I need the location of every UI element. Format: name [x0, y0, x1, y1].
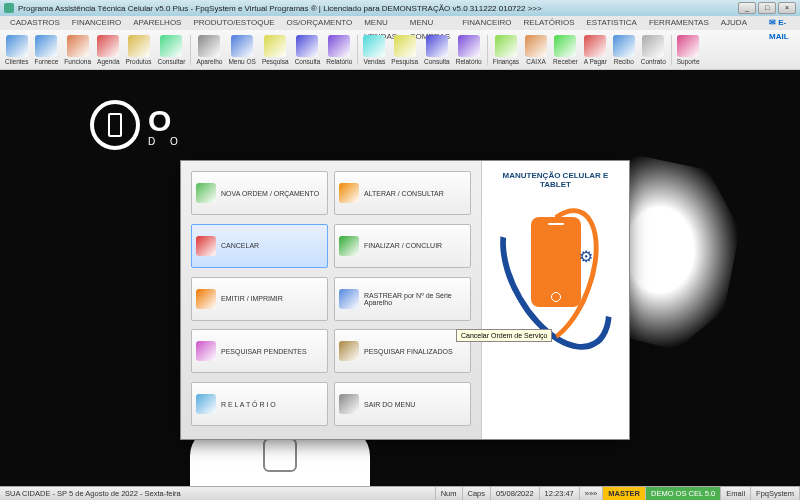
menu-ajuda[interactable]: AJUDA	[715, 16, 753, 30]
tool-fornece[interactable]: Fornece	[31, 35, 61, 65]
modal-btn-label: RASTREAR por Nº de Série Aparelho	[364, 292, 466, 306]
tool-icon	[426, 35, 448, 57]
modal-btn-3[interactable]: FINALIZAR / CONCLUIR	[334, 224, 471, 268]
minimize-button[interactable]: _	[738, 2, 756, 14]
tool-label: Recibo	[614, 58, 634, 65]
workspace: O D O NOVA ORDEM / ORÇAMENTOALTERAR / CO…	[0, 70, 800, 486]
status-brand[interactable]: FpqSystem	[751, 487, 800, 500]
menu-menu compras[interactable]: MENU COMPRAS	[404, 16, 456, 30]
statusbar: SUA CIDADE - SP 5 de Agosto de 2022 - Se…	[0, 486, 800, 500]
modal-btn-icon	[339, 289, 359, 309]
toolbar-separator	[190, 35, 191, 65]
tool-icon	[35, 35, 57, 57]
background-logo: O D O	[90, 100, 184, 150]
menu-relatórios[interactable]: RELATÓRIOS	[518, 16, 581, 30]
menu-financeiro[interactable]: FINANCEIRO	[456, 16, 517, 30]
tool-funciona[interactable]: Funciona	[61, 35, 94, 65]
tool-produtos[interactable]: Produtos	[123, 35, 155, 65]
tool-label: Relatório	[326, 58, 352, 65]
menu-email[interactable]: ✉ E-MAIL	[763, 16, 796, 30]
gear-icon	[90, 100, 140, 150]
modal-btn-7[interactable]: PESQUISAR FINALIZADOS	[334, 329, 471, 373]
menu-menu vendas[interactable]: MENU VENDAS	[358, 16, 404, 30]
tool-label: Produtos	[126, 58, 152, 65]
tool-menu os[interactable]: Menu OS	[225, 35, 258, 65]
tool-suporte[interactable]: Suporte	[674, 35, 703, 65]
menu-financeiro[interactable]: FINANCEIRO	[66, 16, 127, 30]
modal-btn-5[interactable]: RASTREAR por Nº de Série Aparelho	[334, 277, 471, 321]
tool-label: Fornece	[34, 58, 58, 65]
tool-icon	[296, 35, 318, 57]
close-button[interactable]: ×	[778, 2, 796, 14]
modal-btn-label: SAIR DO MENU	[364, 401, 415, 408]
tool-icon	[6, 35, 28, 57]
tool-relatório[interactable]: Relatório	[323, 35, 355, 65]
tool-contrato[interactable]: Contrato	[638, 35, 669, 65]
tool-label: Consultar	[158, 58, 186, 65]
tool-vendas[interactable]: Vendas	[360, 35, 388, 65]
tool-icon	[198, 35, 220, 57]
modal-btn-icon	[339, 183, 359, 203]
tool-icon	[642, 35, 664, 57]
tool-label: Finanças	[493, 58, 519, 65]
modal-btn-1[interactable]: ALTERAR / CONSULTAR	[334, 171, 471, 215]
modal-btn-9[interactable]: SAIR DO MENU	[334, 382, 471, 426]
gears-icon: ⚙	[579, 247, 593, 266]
status-ord: »»»	[580, 487, 604, 500]
modal-btn-label: NOVA ORDEM / ORÇAMENTO	[221, 190, 319, 197]
tool-pesquisa[interactable]: Pesquisa	[259, 35, 292, 65]
menu-estatistica[interactable]: ESTATISTICA	[581, 16, 643, 30]
modal-btn-8[interactable]: R E L A T Ó R I O	[191, 382, 328, 426]
tool-aparelho[interactable]: Aparelho	[193, 35, 225, 65]
tool-icon	[128, 35, 150, 57]
tool-icon	[495, 35, 517, 57]
toolbar: ClientesForneceFuncionaAgendaProdutosCon…	[0, 30, 800, 70]
tool-label: Aparelho	[196, 58, 222, 65]
status-demo: DEMO OS CEL 5.0	[646, 487, 721, 500]
tool-consulta[interactable]: Consulta	[421, 35, 453, 65]
maximize-button[interactable]: □	[758, 2, 776, 14]
tool-label: Contrato	[641, 58, 666, 65]
menubar: CADASTROSFINANCEIROAPARELHOSPRODUTO/ESTO…	[0, 16, 800, 30]
status-date: 05/08/2022	[491, 487, 540, 500]
status-email[interactable]: Email	[721, 487, 751, 500]
tool-icon	[328, 35, 350, 57]
tool-icon	[394, 35, 416, 57]
tool-caixa[interactable]: CAIXA	[522, 35, 550, 65]
tool-pesquisa[interactable]: Pesquisa	[388, 35, 421, 65]
status-num: Num	[436, 487, 463, 500]
modal-btn-6[interactable]: PESQUISAR PENDENTES	[191, 329, 328, 373]
toolbar-separator	[357, 35, 358, 65]
tool-label: Funciona	[64, 58, 91, 65]
titlebar: Programa Assistência Técnica Celular v5.…	[0, 0, 800, 16]
modal-btn-label: PESQUISAR PENDENTES	[221, 348, 307, 355]
menu-cadastros[interactable]: CADASTROS	[4, 16, 66, 30]
modal-btn-2[interactable]: CANCELAR	[191, 224, 328, 268]
tool-recibo[interactable]: Recibo	[610, 35, 638, 65]
modal-btn-4[interactable]: EMITIR / IMPRIMIR	[191, 277, 328, 321]
modal-btn-icon	[196, 341, 216, 361]
modal-btn-icon	[339, 394, 359, 414]
tool-receber[interactable]: Receber	[550, 35, 581, 65]
tool-label: Vendas	[363, 58, 385, 65]
window-controls: _ □ ×	[738, 2, 796, 14]
tool-icon	[97, 35, 119, 57]
tool-icon	[584, 35, 606, 57]
tool-label: Consulta	[424, 58, 450, 65]
menu-ferramentas[interactable]: FERRAMENTAS	[643, 16, 715, 30]
title-text: Programa Assistência Técnica Celular v5.…	[18, 4, 542, 13]
status-time: 12:23:47	[540, 487, 580, 500]
tool-finanças[interactable]: Finanças	[490, 35, 522, 65]
menu-produto/estoque[interactable]: PRODUTO/ESTOQUE	[187, 16, 280, 30]
toolbar-separator	[671, 35, 672, 65]
tool-a pagar[interactable]: A Pagar	[581, 35, 610, 65]
tool-clientes[interactable]: Clientes	[2, 35, 31, 65]
tool-relatório[interactable]: Relatório	[453, 35, 485, 65]
tool-consulta[interactable]: Consulta	[292, 35, 324, 65]
menu-aparelhos[interactable]: APARELHOS	[127, 16, 187, 30]
modal-btn-0[interactable]: NOVA ORDEM / ORÇAMENTO	[191, 171, 328, 215]
menu-os/orçamento[interactable]: OS/ORÇAMENTO	[281, 16, 359, 30]
tool-consultar[interactable]: Consultar	[155, 35, 189, 65]
modal-btn-label: PESQUISAR FINALIZADOS	[364, 348, 453, 355]
tool-agenda[interactable]: Agenda	[94, 35, 122, 65]
